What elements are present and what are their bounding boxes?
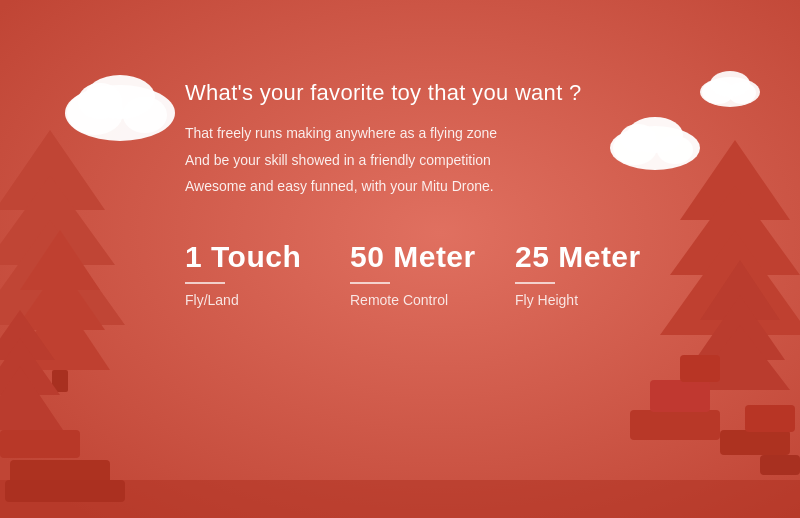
stat-height-label: Fly Height <box>515 292 578 308</box>
subtext-line-2: And be your skill showed in a friendly c… <box>185 147 680 174</box>
stat-touch: 1 Touch Fly/Land <box>185 240 350 308</box>
stat-remote-value: 50 Meter <box>350 240 476 274</box>
stat-touch-value: 1 Touch <box>185 240 301 274</box>
headline: What's your favorite toy that you want ? <box>185 80 680 106</box>
stat-height: 25 Meter Fly Height <box>515 240 680 308</box>
subtext-line-3: Awesome and easy funned, with your Mitu … <box>185 173 680 200</box>
content-area: What's your favorite toy that you want ?… <box>185 80 680 308</box>
stat-touch-divider <box>185 282 225 284</box>
subtext-block: That freely runs making anywhere as a fl… <box>185 120 680 200</box>
stat-remote: 50 Meter Remote Control <box>350 240 515 308</box>
subtext-line-1: That freely runs making anywhere as a fl… <box>185 120 680 147</box>
stat-height-divider <box>515 282 555 284</box>
stats-row: 1 Touch Fly/Land 50 Meter Remote Control… <box>185 240 680 308</box>
stat-height-value: 25 Meter <box>515 240 641 274</box>
stat-touch-label: Fly/Land <box>185 292 239 308</box>
stat-remote-label: Remote Control <box>350 292 448 308</box>
scene: What's your favorite toy that you want ?… <box>0 0 800 518</box>
stat-remote-divider <box>350 282 390 284</box>
